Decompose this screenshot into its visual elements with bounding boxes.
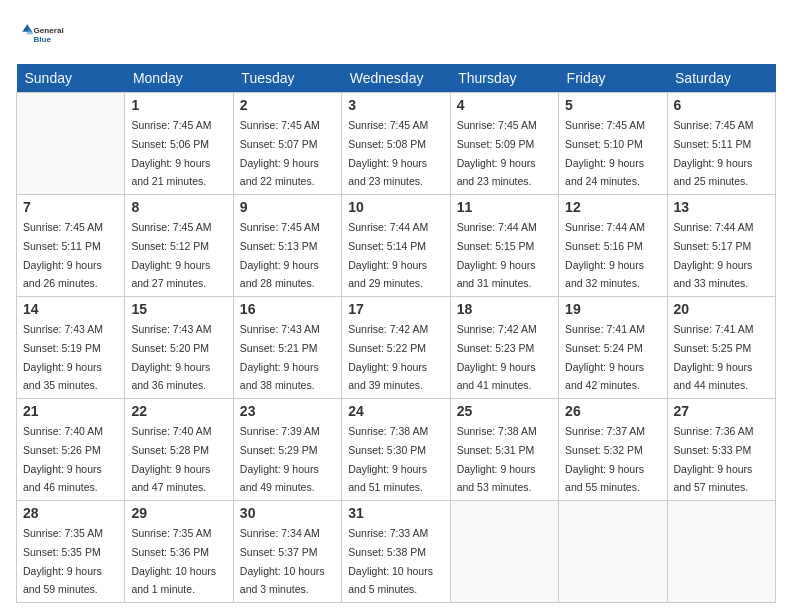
day-number: 11 [457,199,552,215]
day-detail: Sunrise: 7:35 AMSunset: 5:36 PMDaylight:… [131,527,216,595]
day-number: 22 [131,403,226,419]
day-number: 3 [348,97,443,113]
day-number: 30 [240,505,335,521]
day-detail: Sunrise: 7:43 AMSunset: 5:19 PMDaylight:… [23,323,103,391]
day-detail: Sunrise: 7:45 AMSunset: 5:11 PMDaylight:… [674,119,754,187]
day-cell: 2 Sunrise: 7:45 AMSunset: 5:07 PMDayligh… [233,93,341,195]
day-cell: 17 Sunrise: 7:42 AMSunset: 5:22 PMDaylig… [342,297,450,399]
day-number: 31 [348,505,443,521]
day-detail: Sunrise: 7:42 AMSunset: 5:23 PMDaylight:… [457,323,537,391]
day-number: 2 [240,97,335,113]
day-detail: Sunrise: 7:45 AMSunset: 5:07 PMDaylight:… [240,119,320,187]
day-cell: 30 Sunrise: 7:34 AMSunset: 5:37 PMDaylig… [233,501,341,603]
day-number: 15 [131,301,226,317]
day-cell: 22 Sunrise: 7:40 AMSunset: 5:28 PMDaylig… [125,399,233,501]
day-cell: 3 Sunrise: 7:45 AMSunset: 5:08 PMDayligh… [342,93,450,195]
day-number: 17 [348,301,443,317]
day-cell [559,501,667,603]
day-cell: 10 Sunrise: 7:44 AMSunset: 5:14 PMDaylig… [342,195,450,297]
day-cell: 24 Sunrise: 7:38 AMSunset: 5:30 PMDaylig… [342,399,450,501]
day-detail: Sunrise: 7:40 AMSunset: 5:26 PMDaylight:… [23,425,103,493]
day-cell: 31 Sunrise: 7:33 AMSunset: 5:38 PMDaylig… [342,501,450,603]
day-cell: 6 Sunrise: 7:45 AMSunset: 5:11 PMDayligh… [667,93,775,195]
day-detail: Sunrise: 7:38 AMSunset: 5:30 PMDaylight:… [348,425,428,493]
calendar-table: SundayMondayTuesdayWednesdayThursdayFrid… [16,64,776,603]
day-detail: Sunrise: 7:44 AMSunset: 5:16 PMDaylight:… [565,221,645,289]
day-detail: Sunrise: 7:35 AMSunset: 5:35 PMDaylight:… [23,527,103,595]
header-day-tuesday: Tuesday [233,64,341,93]
day-cell: 20 Sunrise: 7:41 AMSunset: 5:25 PMDaylig… [667,297,775,399]
header-day-wednesday: Wednesday [342,64,450,93]
page-header: General Blue [16,16,776,56]
day-detail: Sunrise: 7:33 AMSunset: 5:38 PMDaylight:… [348,527,433,595]
day-cell: 11 Sunrise: 7:44 AMSunset: 5:15 PMDaylig… [450,195,558,297]
day-number: 14 [23,301,118,317]
logo: General Blue [16,16,66,56]
day-detail: Sunrise: 7:45 AMSunset: 5:06 PMDaylight:… [131,119,211,187]
day-detail: Sunrise: 7:44 AMSunset: 5:17 PMDaylight:… [674,221,754,289]
header-day-saturday: Saturday [667,64,775,93]
day-number: 13 [674,199,769,215]
day-cell: 25 Sunrise: 7:38 AMSunset: 5:31 PMDaylig… [450,399,558,501]
day-cell: 27 Sunrise: 7:36 AMSunset: 5:33 PMDaylig… [667,399,775,501]
day-cell: 5 Sunrise: 7:45 AMSunset: 5:10 PMDayligh… [559,93,667,195]
day-detail: Sunrise: 7:41 AMSunset: 5:24 PMDaylight:… [565,323,645,391]
header-day-friday: Friday [559,64,667,93]
day-number: 21 [23,403,118,419]
day-number: 18 [457,301,552,317]
logo-svg: General Blue [16,16,66,56]
day-number: 6 [674,97,769,113]
day-detail: Sunrise: 7:37 AMSunset: 5:32 PMDaylight:… [565,425,645,493]
day-detail: Sunrise: 7:40 AMSunset: 5:28 PMDaylight:… [131,425,211,493]
day-detail: Sunrise: 7:39 AMSunset: 5:29 PMDaylight:… [240,425,320,493]
day-cell [450,501,558,603]
day-detail: Sunrise: 7:43 AMSunset: 5:20 PMDaylight:… [131,323,211,391]
day-detail: Sunrise: 7:41 AMSunset: 5:25 PMDaylight:… [674,323,754,391]
day-number: 27 [674,403,769,419]
day-cell: 7 Sunrise: 7:45 AMSunset: 5:11 PMDayligh… [17,195,125,297]
week-row-2: 7 Sunrise: 7:45 AMSunset: 5:11 PMDayligh… [17,195,776,297]
header-day-sunday: Sunday [17,64,125,93]
day-detail: Sunrise: 7:45 AMSunset: 5:11 PMDaylight:… [23,221,103,289]
day-detail: Sunrise: 7:44 AMSunset: 5:15 PMDaylight:… [457,221,537,289]
day-detail: Sunrise: 7:45 AMSunset: 5:09 PMDaylight:… [457,119,537,187]
day-cell: 29 Sunrise: 7:35 AMSunset: 5:36 PMDaylig… [125,501,233,603]
week-row-3: 14 Sunrise: 7:43 AMSunset: 5:19 PMDaylig… [17,297,776,399]
day-number: 28 [23,505,118,521]
day-cell: 23 Sunrise: 7:39 AMSunset: 5:29 PMDaylig… [233,399,341,501]
day-number: 5 [565,97,660,113]
day-number: 20 [674,301,769,317]
day-detail: Sunrise: 7:36 AMSunset: 5:33 PMDaylight:… [674,425,754,493]
day-cell: 1 Sunrise: 7:45 AMSunset: 5:06 PMDayligh… [125,93,233,195]
day-cell: 28 Sunrise: 7:35 AMSunset: 5:35 PMDaylig… [17,501,125,603]
svg-text:Blue: Blue [34,35,52,44]
day-detail: Sunrise: 7:45 AMSunset: 5:13 PMDaylight:… [240,221,320,289]
week-row-5: 28 Sunrise: 7:35 AMSunset: 5:35 PMDaylig… [17,501,776,603]
day-number: 19 [565,301,660,317]
day-number: 26 [565,403,660,419]
day-cell: 15 Sunrise: 7:43 AMSunset: 5:20 PMDaylig… [125,297,233,399]
svg-text:General: General [34,26,64,35]
day-number: 25 [457,403,552,419]
week-row-4: 21 Sunrise: 7:40 AMSunset: 5:26 PMDaylig… [17,399,776,501]
day-detail: Sunrise: 7:45 AMSunset: 5:10 PMDaylight:… [565,119,645,187]
day-cell [17,93,125,195]
day-cell: 9 Sunrise: 7:45 AMSunset: 5:13 PMDayligh… [233,195,341,297]
day-number: 7 [23,199,118,215]
day-number: 4 [457,97,552,113]
day-number: 1 [131,97,226,113]
day-number: 24 [348,403,443,419]
day-detail: Sunrise: 7:43 AMSunset: 5:21 PMDaylight:… [240,323,320,391]
day-number: 23 [240,403,335,419]
day-cell: 21 Sunrise: 7:40 AMSunset: 5:26 PMDaylig… [17,399,125,501]
day-number: 10 [348,199,443,215]
day-number: 29 [131,505,226,521]
day-number: 8 [131,199,226,215]
header-day-monday: Monday [125,64,233,93]
day-detail: Sunrise: 7:45 AMSunset: 5:12 PMDaylight:… [131,221,211,289]
day-detail: Sunrise: 7:45 AMSunset: 5:08 PMDaylight:… [348,119,428,187]
day-detail: Sunrise: 7:34 AMSunset: 5:37 PMDaylight:… [240,527,325,595]
day-cell: 19 Sunrise: 7:41 AMSunset: 5:24 PMDaylig… [559,297,667,399]
day-cell: 8 Sunrise: 7:45 AMSunset: 5:12 PMDayligh… [125,195,233,297]
calendar-header-row: SundayMondayTuesdayWednesdayThursdayFrid… [17,64,776,93]
